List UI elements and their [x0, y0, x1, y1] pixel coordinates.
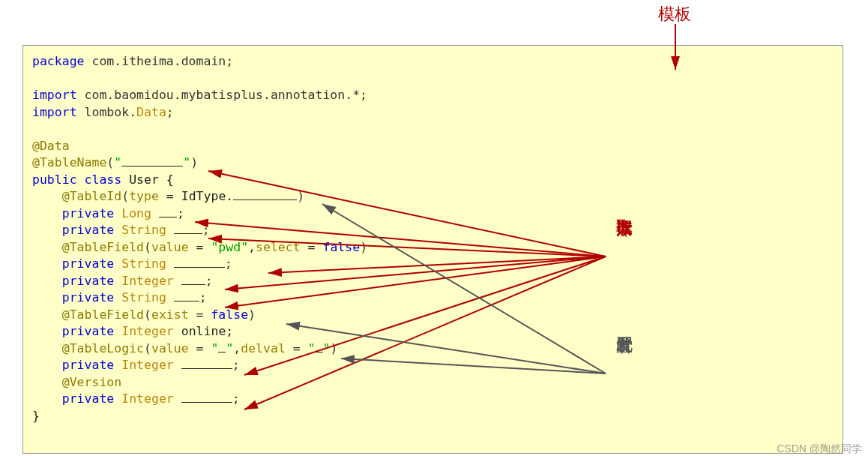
kw-import: import: [32, 88, 77, 102]
paren: (: [144, 341, 151, 356]
attr-select: select: [256, 240, 301, 254]
kw-package: package: [32, 54, 85, 68]
kw-class: class: [77, 172, 122, 187]
import-path: com.baomidou.mybatisplus.annotation.*;: [77, 88, 367, 102]
eq: =: [286, 341, 308, 356]
type-string: String: [121, 290, 166, 304]
blank-field: [181, 402, 232, 403]
attr-delval: delval: [241, 341, 286, 356]
semi: ;: [177, 206, 184, 220]
semi: ;: [202, 223, 210, 237]
ann-tablefield: @TableField: [32, 308, 144, 322]
blank-field: [174, 267, 225, 268]
code-line: private Integer ;: [32, 391, 834, 408]
semi: ;: [199, 290, 207, 304]
code-line: }: [32, 408, 834, 425]
str-quote: ": [308, 341, 316, 356]
semi: ;: [232, 358, 240, 372]
blank-field: [181, 368, 232, 369]
class-name: User {: [121, 172, 174, 187]
code-line: @Data: [32, 138, 834, 155]
type-long: Long: [121, 206, 151, 220]
blank-field: [174, 233, 202, 234]
paren: (: [121, 189, 129, 203]
import-path: lombok.: [77, 105, 136, 119]
semi: ;: [232, 392, 240, 406]
paren: (: [144, 308, 151, 322]
attr-value: value: [151, 341, 189, 356]
ann-version: @Version: [32, 375, 121, 389]
paren: ): [248, 308, 256, 322]
ann-tablelogic: @TableLogic: [32, 341, 144, 356]
online: online;: [174, 324, 233, 338]
blank-field: [181, 284, 205, 285]
code-line: private Integer online;: [32, 323, 834, 340]
str-quote: ": [211, 341, 218, 356]
code-line: @TableName(""): [32, 154, 834, 172]
eq: =: [301, 240, 323, 254]
paren: (: [106, 155, 114, 170]
type-integer: Integer: [121, 274, 174, 288]
type-integer: Integer: [121, 358, 174, 372]
paren: ): [190, 155, 198, 170]
str-quote: ": [226, 341, 233, 356]
code-line: @TableLogic(value = "",delval = ""): [32, 340, 834, 358]
semi: ;: [225, 256, 232, 271]
blank-val: [218, 352, 226, 352]
eq: =: [189, 308, 211, 322]
kw-import: import: [32, 105, 77, 119]
ann-data: @Data: [32, 139, 70, 153]
comma: ,: [248, 240, 256, 254]
page-root: 模板 package com.itheima.domain; import co…: [0, 0, 868, 456]
kw-private: private: [62, 392, 115, 406]
paren: ): [331, 341, 338, 356]
code-line: [32, 70, 834, 88]
ann-tableid: @TableId: [32, 189, 121, 203]
kw-private: private: [62, 223, 115, 237]
attr-exist: exist: [151, 308, 189, 322]
code-line: @TableField(value = "pwd",select = false…: [32, 239, 834, 256]
code-line: @TableField(exist = false): [32, 307, 834, 324]
kw-private: private: [62, 290, 115, 304]
watermark: CSDN @陶然同学: [777, 442, 862, 456]
str-quote: ": [183, 155, 190, 170]
code-line: private String ;: [32, 290, 834, 307]
code-line: private Integer ;: [32, 273, 834, 290]
kw-private: private: [62, 358, 115, 372]
ann-tablename: @TableName: [32, 155, 106, 170]
eq: =: [189, 341, 211, 356]
code-line: public class User {: [32, 172, 834, 189]
code-line: [32, 121, 834, 138]
code-line: package com.itheima.domain;: [32, 53, 834, 70]
kw-private: private: [62, 256, 115, 271]
blank-field: [159, 217, 177, 218]
type-string: String: [121, 223, 166, 237]
ann-tablefield: @TableField: [32, 240, 144, 254]
str-pwd: "pwd": [211, 240, 248, 254]
top-label: 模板: [658, 3, 691, 26]
kw-private: private: [62, 324, 115, 338]
code-line: @Version: [32, 374, 834, 392]
code-line: import lombok.Data;: [32, 104, 834, 122]
type-integer: Integer: [121, 324, 174, 338]
code-line: private Integer ;: [32, 357, 834, 374]
paren: ): [360, 240, 367, 254]
code-line: private String ;: [32, 256, 834, 273]
code-line: import com.baomidou.mybatisplus.annotati…: [32, 87, 834, 104]
code-line: private Long ;: [32, 206, 834, 223]
kw-private: private: [62, 206, 115, 220]
kw-private: private: [62, 274, 115, 288]
import-data: Data: [136, 105, 166, 119]
kw-false: false: [322, 240, 360, 254]
str-quote: ": [114, 155, 121, 170]
paren: ): [297, 189, 304, 203]
comma: ,: [233, 341, 241, 356]
blank-field: [174, 301, 199, 302]
idtype: = IdType.: [159, 189, 233, 203]
semi: ;: [166, 105, 174, 119]
kw-false: false: [211, 308, 248, 322]
type-string: String: [121, 256, 166, 271]
blank-delval: [316, 352, 323, 352]
blank-idtype: [233, 200, 297, 200]
str-quote: ": [323, 341, 331, 356]
